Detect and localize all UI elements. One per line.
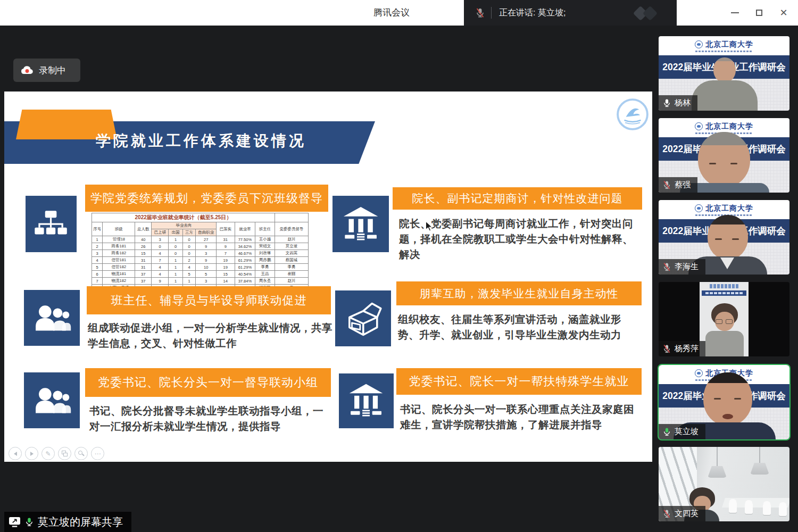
participant-name: 杨秀萍: [675, 344, 699, 354]
video-tile-5[interactable]: 北京工商大学 2022届毕业生就业工作调研会 莫立坡: [659, 365, 789, 439]
section-2-body: 院长、党委副书记每周商讨就业工作，针对突出问题，择机在全院教职工或学生大会中针对…: [399, 216, 639, 262]
speaking-indicator: 正在讲话: 莫立坡;: [464, 0, 677, 26]
presenter-toolbar: ✎ ⋯: [9, 447, 104, 460]
chair: [779, 502, 787, 516]
bank-icon: [339, 373, 394, 428]
minimize-button[interactable]: [730, 8, 739, 18]
previous-slide-icon: [9, 447, 22, 460]
participant-name-tag: 杨秀萍: [659, 341, 705, 356]
video-tile-6[interactable]: 文四英: [659, 447, 789, 521]
university-logo-icon: [695, 40, 703, 48]
recording-cloud-icon: [21, 65, 34, 75]
people-group-icon: [24, 290, 80, 346]
section-3-header: 班主任、辅导员与毕设导师联动促进: [87, 286, 331, 314]
more-options-icon: ⋯: [91, 447, 104, 460]
university-logo-icon: [695, 204, 703, 212]
mouse-cursor: [426, 221, 434, 231]
university-name: 北京工商大学: [705, 40, 753, 49]
chair: [763, 501, 771, 515]
close-button[interactable]: ✕: [779, 8, 788, 18]
shared-screen: 学院就业工作体系建设情况 学院党委统筹规划，党委委员下沉班级督导 2022届毕业…: [4, 92, 652, 462]
participant-name-tag: 蔡强: [659, 177, 697, 193]
participant-name-tag: 文四英: [659, 506, 705, 521]
muted-mic-icon: [476, 7, 485, 19]
speaking-text: 正在讲话: 莫立坡;: [499, 7, 566, 19]
university-name: 北京工商大学: [705, 122, 753, 131]
section-3-body: 组成联动促进小组，一对一分析学生就业情况，共享学生信息，交叉、针对性做工作: [88, 320, 332, 351]
slide-sorter-icon: [58, 447, 71, 460]
chair: [745, 500, 753, 514]
maximize-button[interactable]: [754, 8, 764, 18]
participant-name: 杨林: [675, 98, 691, 108]
participant-name-tag: 杨林: [659, 95, 697, 111]
section-5-body: 书记、院长分批督导未就业学生联动指导小组，一对一汇报分析未就业学生情况，提供指导: [89, 403, 333, 434]
mini-banner: [702, 290, 746, 296]
meeting-logo-icon: [631, 6, 665, 20]
bank-icon: [332, 196, 389, 252]
window-titlebar: 腾讯会议 正在讲话: 莫立坡; ✕: [0, 0, 798, 26]
video-tile-2[interactable]: 北京工商大学 2022届毕业生就业工作调研会 蔡强: [659, 118, 789, 193]
participant-name: 蔡强: [675, 180, 691, 190]
app-title: 腾讯会议: [373, 0, 410, 26]
divider: [491, 7, 492, 19]
recording-label: 录制中: [39, 64, 66, 77]
section-1-header: 学院党委统筹规划，党委委员下沉班级督导: [85, 185, 328, 212]
screen-share-label: 莫立坡的屏幕共享: [4, 512, 131, 532]
section-4-body: 组织校友、往届生等系列宣讲活动，涵盖就业形势、升学、就业创业，引导毕业生激发内生…: [398, 312, 638, 343]
share-label-text: 莫立坡的屏幕共享: [38, 515, 123, 529]
recording-badge[interactable]: 录制中: [13, 59, 80, 82]
video-tile-1[interactable]: 北京工商大学 2022届毕业生就业工作调研会 杨林: [659, 36, 789, 111]
video-tile-4[interactable]: 杨秀萍: [659, 282, 789, 356]
video-tile-3[interactable]: 北京工商大学 2022届毕业生就业工作调研会 李海生: [659, 200, 789, 275]
people-group-icon: [24, 372, 80, 428]
chair: [729, 499, 737, 513]
next-slide-icon: [25, 447, 38, 460]
university-logo-icon: [695, 122, 703, 130]
section-5-header: 党委书记、院长分头一对一督导联动小组: [85, 368, 331, 397]
share-mic-icon: [25, 517, 34, 527]
university-name: 北京工商大学: [705, 204, 753, 213]
screen-share-icon: [9, 517, 21, 527]
open-box-icon: [335, 290, 391, 346]
section-6-body: 书记、院长分头一对一联系心理重点关注及家庭困难生，宣讲学院帮扶措施，了解进展并指…: [400, 402, 639, 433]
participant-name: 文四英: [675, 509, 699, 519]
pendant-lamp-icon: [708, 447, 727, 478]
section-2-header: 院长、副书记定期商讨，针对性改进问题: [393, 187, 642, 210]
college-logo-icon: [616, 98, 649, 131]
zoom-icon: [74, 447, 88, 460]
participant-name-tag: 莫立坡: [659, 424, 705, 439]
section-4-header: 朋辈互助，激发毕业生就业自身主动性: [396, 281, 642, 305]
mini-logo-line: [710, 284, 738, 288]
pendant-lamp-icon: [750, 447, 769, 475]
participant-name: 莫立坡: [675, 427, 699, 437]
slide-title: 学院就业工作体系建设情况: [96, 131, 306, 151]
participant-name: 李海生: [675, 262, 699, 272]
org-chart-icon: [26, 196, 77, 252]
university-logo-icon: [695, 369, 703, 377]
pen-icon: ✎: [41, 447, 55, 460]
participant-name-tag: 李海生: [659, 259, 705, 275]
section-6-header: 党委书记、院长一对一帮扶特殊学生就业: [396, 368, 642, 395]
